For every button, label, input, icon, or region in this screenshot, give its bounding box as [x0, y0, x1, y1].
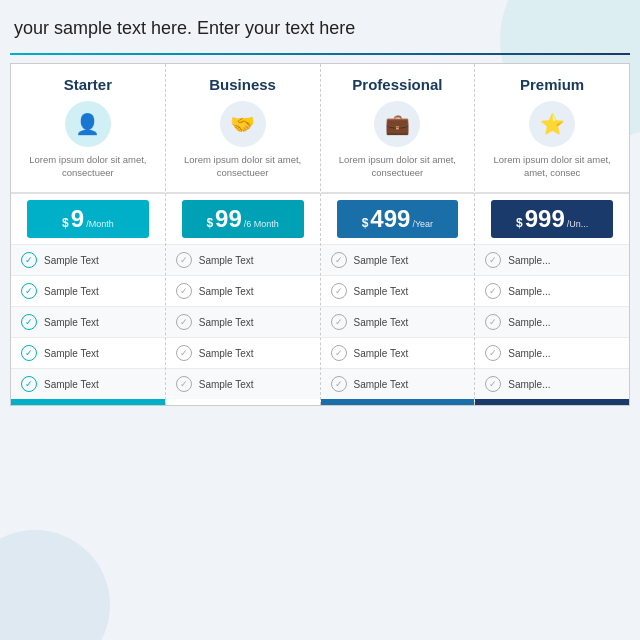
plan-icon-premium: ⭐ [529, 101, 575, 147]
feature-item: ✓Sample Text [11, 306, 165, 337]
feature-item: ✓Sample Text [321, 244, 475, 275]
feature-item: ✓Sample Text [11, 368, 165, 399]
price-row-premium: $999/Un... [475, 194, 629, 244]
header-separator [10, 53, 630, 55]
plan-col-starter: Starter👤Lorem ipsum dolor sit amet, cons… [11, 64, 166, 405]
check-icon: ✓ [176, 314, 192, 330]
feature-label: Sample Text [44, 379, 99, 390]
feature-label: Sample Text [354, 255, 409, 266]
feature-item: ✓Sample Text [321, 337, 475, 368]
check-icon: ✓ [485, 283, 501, 299]
check-icon: ✓ [485, 252, 501, 268]
price-period-starter: /Month [86, 219, 114, 229]
price-dollar-starter: $ [62, 216, 69, 230]
feature-item: ✓Sample Text [11, 244, 165, 275]
plan-name-business: Business [209, 76, 276, 93]
feature-item: ✓Sample Text [166, 275, 320, 306]
plan-name-starter: Starter [64, 76, 112, 93]
plan-price-premium: $999/Un... [491, 200, 613, 238]
plan-desc-professional: Lorem ipsum dolor sit amet, consectueer [331, 153, 465, 180]
feature-label: Sample Text [354, 379, 409, 390]
check-icon: ✓ [21, 345, 37, 361]
feature-item: ✓Sample Text [321, 275, 475, 306]
price-period-premium: /Un... [567, 219, 589, 229]
check-icon: ✓ [176, 345, 192, 361]
check-icon: ✓ [21, 376, 37, 392]
plan-col-professional: Professional💼Lorem ipsum dolor sit amet,… [321, 64, 476, 405]
plan-icon-starter: 👤 [65, 101, 111, 147]
feature-item: ✓Sample... [475, 368, 629, 399]
feature-label: Sample... [508, 348, 550, 359]
price-dollar-business: $ [206, 216, 213, 230]
price-amount-premium: 999 [525, 207, 565, 231]
features-list-starter: ✓Sample Text✓Sample Text✓Sample Text✓Sam… [11, 244, 165, 399]
feature-item: ✓Sample... [475, 337, 629, 368]
feature-label: Sample Text [199, 379, 254, 390]
check-icon: ✓ [21, 283, 37, 299]
plan-header-professional: Professional💼Lorem ipsum dolor sit amet,… [321, 64, 475, 194]
feature-item: ✓Sample Text [11, 275, 165, 306]
feature-label: Sample Text [354, 317, 409, 328]
feature-label: Sample Text [354, 348, 409, 359]
check-icon: ✓ [331, 283, 347, 299]
feature-label: Sample Text [44, 255, 99, 266]
feature-item: ✓Sample Text [166, 337, 320, 368]
bottom-bar-professional [321, 399, 475, 405]
plan-col-business: Business🤝Lorem ipsum dolor sit amet, con… [166, 64, 321, 405]
price-period-business: /6 Month [244, 219, 279, 229]
plans-container: Starter👤Lorem ipsum dolor sit amet, cons… [10, 63, 630, 406]
feature-label: Sample Text [44, 317, 99, 328]
page-wrapper: your sample text here. Enter your text h… [0, 0, 640, 416]
price-dollar-premium: $ [516, 216, 523, 230]
price-amount-professional: 499 [370, 207, 410, 231]
feature-item: ✓Sample Text [166, 368, 320, 399]
bottom-bar-business [166, 399, 320, 405]
plan-name-premium: Premium [520, 76, 584, 93]
price-row-professional: $499/Year [321, 194, 475, 244]
plan-header-business: Business🤝Lorem ipsum dolor sit amet, con… [166, 64, 320, 194]
check-icon: ✓ [485, 376, 501, 392]
check-icon: ✓ [331, 345, 347, 361]
check-icon: ✓ [176, 252, 192, 268]
plan-col-premium: Premium⭐Lorem ipsum dolor sit amet, amet… [475, 64, 629, 405]
check-icon: ✓ [485, 314, 501, 330]
check-icon: ✓ [331, 376, 347, 392]
feature-label: Sample Text [199, 348, 254, 359]
feature-label: Sample... [508, 317, 550, 328]
price-row-business: $99/6 Month [166, 194, 320, 244]
bottom-bar-starter [11, 399, 165, 405]
page-title: your sample text here. Enter your text h… [10, 18, 630, 39]
feature-item: ✓Sample Text [166, 244, 320, 275]
check-icon: ✓ [21, 314, 37, 330]
check-icon: ✓ [331, 252, 347, 268]
price-amount-starter: 9 [71, 207, 84, 231]
check-icon: ✓ [485, 345, 501, 361]
features-list-business: ✓Sample Text✓Sample Text✓Sample Text✓Sam… [166, 244, 320, 399]
plan-name-professional: Professional [352, 76, 442, 93]
plan-price-business: $99/6 Month [182, 200, 304, 238]
plan-desc-business: Lorem ipsum dolor sit amet, consectueer [176, 153, 310, 180]
feature-label: Sample... [508, 255, 550, 266]
plan-header-premium: Premium⭐Lorem ipsum dolor sit amet, amet… [475, 64, 629, 194]
plan-icon-professional: 💼 [374, 101, 420, 147]
check-icon: ✓ [331, 314, 347, 330]
feature-label: Sample Text [199, 255, 254, 266]
feature-label: Sample Text [199, 317, 254, 328]
plan-icon-business: 🤝 [220, 101, 266, 147]
price-dollar-professional: $ [362, 216, 369, 230]
price-amount-business: 99 [215, 207, 242, 231]
features-list-premium: ✓Sample...✓Sample...✓Sample...✓Sample...… [475, 244, 629, 399]
features-list-professional: ✓Sample Text✓Sample Text✓Sample Text✓Sam… [321, 244, 475, 399]
feature-item: ✓Sample Text [321, 306, 475, 337]
plan-price-starter: $9/Month [27, 200, 149, 238]
feature-item: ✓Sample... [475, 275, 629, 306]
check-icon: ✓ [176, 376, 192, 392]
feature-item: ✓Sample... [475, 306, 629, 337]
feature-item: ✓Sample... [475, 244, 629, 275]
feature-item: ✓Sample Text [11, 337, 165, 368]
price-period-professional: /Year [412, 219, 433, 229]
price-row-starter: $9/Month [11, 194, 165, 244]
feature-item: ✓Sample Text [166, 306, 320, 337]
check-icon: ✓ [21, 252, 37, 268]
feature-label: Sample Text [44, 348, 99, 359]
